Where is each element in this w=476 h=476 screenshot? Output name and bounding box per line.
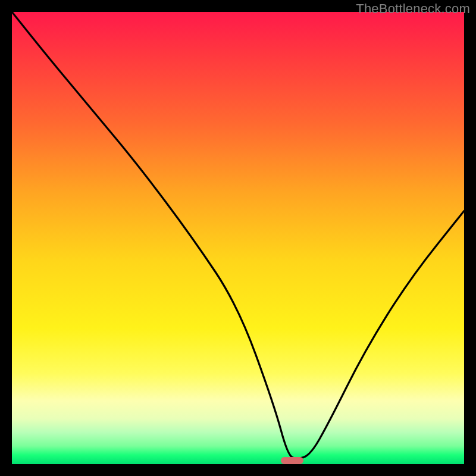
chart-container: TheBottleneck.com (0, 0, 476, 476)
watermark-text: TheBottleneck.com (356, 1, 470, 17)
curve-path (12, 12, 464, 459)
bottleneck-curve (12, 12, 464, 464)
minimum-marker (281, 457, 303, 464)
plot-area (12, 12, 464, 464)
